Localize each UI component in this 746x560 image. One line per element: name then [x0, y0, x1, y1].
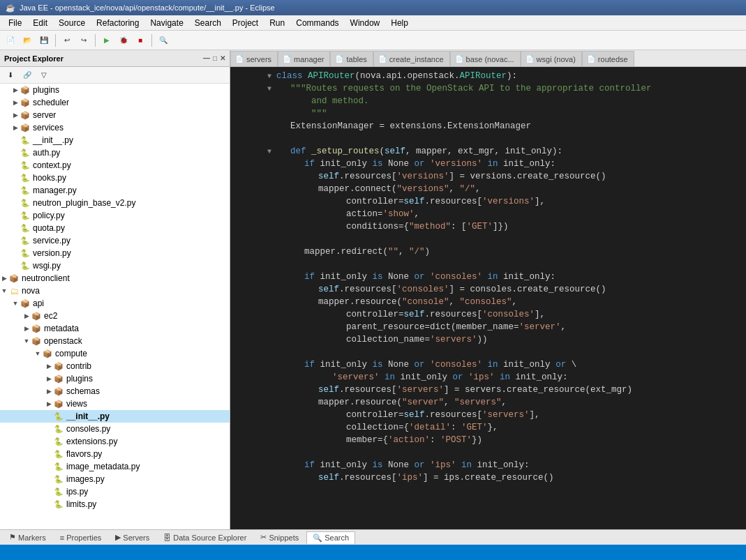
explorer-view-menu[interactable]: ▽	[36, 68, 52, 83]
tree-item-neutron_plugin_base_v2py[interactable]: 🐍 neutron_plugin_base_v2.py	[0, 197, 230, 209]
editor-tab-create_instance[interactable]: 📄create_instance	[373, 51, 450, 66]
tree-item-policypy[interactable]: 🐍 policy.py	[0, 209, 230, 222]
tree-arrow-plugins: ▶	[45, 374, 53, 383]
tree-item-consolespy[interactable]: 🐍 consoles.py	[0, 423, 230, 435]
menu-item-navigate[interactable]: Navigate	[144, 17, 188, 29]
tree-item-servicepy[interactable]: 🐍 service.py	[0, 234, 230, 247]
menu-item-run[interactable]: Run	[264, 17, 290, 29]
tree-item-plugins[interactable]: ▶ 📦 plugins	[0, 372, 230, 385]
tree-item-hookspy[interactable]: 🐍 hooks.py	[0, 172, 230, 184]
tree-item-openstack[interactable]: ▼ 📦 openstack	[0, 335, 230, 347]
tree-item-wsgipy[interactable]: 🐍 wsgi.py	[0, 259, 230, 272]
tree-label-neutronclient: neutronclient	[22, 273, 70, 283]
bottom-tab-servers_tab[interactable]: ▶Servers	[109, 531, 156, 544]
menu-item-refactoring[interactable]: Refactoring	[91, 17, 144, 29]
tab-label-manager: manager	[294, 55, 324, 63]
tree-item-quotapy[interactable]: 🐍 quota.py	[0, 222, 230, 234]
menu-item-source[interactable]: Source	[53, 17, 91, 29]
toolbar-stop[interactable]: ■	[133, 33, 148, 48]
code-line-10: mapper.connect("versions", "/",	[230, 183, 746, 195]
tree-item-authpy[interactable]: 🐍 auth.py	[0, 146, 230, 159]
toolbar-run[interactable]: ▶	[99, 33, 114, 48]
fold-btn-7[interactable]: ▼	[265, 148, 274, 156]
tree-item-__init__py[interactable]: 🐍 __init__.py	[0, 134, 230, 146]
code-text-15: mapper.redirect("", "/")	[276, 245, 740, 258]
tree-arrow-schemas: ▶	[45, 387, 53, 395]
code-editor[interactable]: ▼ class APIRouter(nova.api.openstack.API…	[230, 67, 746, 529]
tree-item-ec2[interactable]: ▶ 📦 ec2	[0, 310, 230, 322]
code-text-12: action='show',	[276, 208, 740, 220]
explorer-maximize[interactable]: □	[213, 54, 217, 62]
tree-item-contextpy[interactable]: 🐍 context.py	[0, 159, 230, 172]
bottom-tab-markers[interactable]: ⚑Markers	[3, 531, 52, 544]
code-text-29: collection={'detail': 'GET'},	[276, 421, 740, 434]
tree-item-extensionspy[interactable]: 🐍 extensions.py	[0, 435, 230, 448]
tree-label-wsgipy: wsgi.py	[33, 261, 61, 271]
toolbar-save[interactable]: 💾	[36, 33, 52, 48]
bottom-tab-search[interactable]: 🔍Search	[306, 531, 355, 544]
tree-item-versionpy[interactable]: 🐍 version.py	[0, 247, 230, 259]
fold-btn-2[interactable]: ▼	[265, 85, 274, 93]
tree-label-hookspy: hooks.py	[33, 173, 66, 183]
tree-item-limitspy[interactable]: 🐍 limits.py	[0, 498, 230, 510]
toolbar-undo[interactable]: ↩	[59, 33, 75, 48]
tree-item-compute[interactable]: ▼ 📦 compute	[0, 347, 230, 360]
tree-item-services[interactable]: ▶ 📦 services	[0, 121, 230, 134]
tree-item-managerpy[interactable]: 🐍 manager.py	[0, 184, 230, 197]
tree-item-neutronclient[interactable]: ▶ 📦 neutronclient	[0, 272, 230, 285]
editor-tab-manager[interactable]: 📄manager	[278, 51, 330, 66]
toolbar-redo[interactable]: ↪	[76, 33, 91, 48]
tree-label-plugins: plugins	[66, 374, 93, 384]
tree-item-__init__py2[interactable]: 🐍 __init__.py	[0, 410, 230, 423]
bottom-tab-icon-markers: ⚑	[9, 533, 16, 542]
tree-item-contrib[interactable]: ▶ 📦 contrib	[0, 360, 230, 372]
code-line-19: mapper.resource("console", "consoles",	[230, 296, 746, 308]
tree-item-imagespy[interactable]: 🐍 images.py	[0, 473, 230, 485]
editor-tab-servers[interactable]: 📄servers	[230, 51, 278, 66]
menu-item-project[interactable]: Project	[227, 17, 264, 29]
explorer-link-with-editor[interactable]: 🔗	[20, 68, 35, 83]
toolbar-search[interactable]: 🔍	[156, 33, 171, 48]
editor-tab-wsgi_nova[interactable]: 📄wsgi (nova)	[521, 51, 582, 66]
bottom-tab-icon-datasource: 🗄	[163, 533, 171, 542]
menu-item-commands[interactable]: Commands	[290, 17, 344, 29]
bottom-tab-datasource[interactable]: 🗄Data Source Explorer	[157, 531, 253, 544]
menu-item-help[interactable]: Help	[385, 17, 414, 29]
bottom-tab-snippets[interactable]: ✂Snippets	[254, 531, 305, 544]
tree-label-imagespy: images.py	[66, 474, 105, 484]
title-bar: ☕ Java EE - openstack_ice/nova/api/opens…	[0, 0, 746, 15]
bottom-tabs: ⚑Markers≡Properties▶Servers🗄Data Source …	[0, 529, 746, 545]
bottom-tab-properties[interactable]: ≡Properties	[54, 531, 108, 544]
tree-item-ipspy[interactable]: 🐍 ips.py	[0, 485, 230, 498]
fold-btn-1[interactable]: ▼	[265, 73, 274, 81]
tree-item-metadata[interactable]: ▶ 📦 metadata	[0, 322, 230, 335]
menu-item-search[interactable]: Search	[189, 17, 227, 29]
explorer-collapse-all[interactable]: ⬇	[3, 68, 18, 83]
editor-tab-routedse[interactable]: 📄routedse	[582, 51, 634, 66]
explorer-minimize[interactable]: —	[203, 54, 210, 62]
tree-label-managerpy: manager.py	[33, 186, 77, 195]
code-text-1: class APIRouter(nova.api.openstack.APIRo…	[276, 70, 740, 82]
bottom-tab-label-search: Search	[324, 533, 349, 542]
editor-tab-base_novac[interactable]: 📄base (novac...	[450, 51, 521, 66]
toolbar-debug[interactable]: 🐞	[116, 33, 131, 48]
tree-item-views[interactable]: ▶ 📦 views	[0, 398, 230, 410]
tree-item-schemas[interactable]: ▶ 📦 schemas	[0, 385, 230, 398]
editor-tab-tables[interactable]: 📄tables	[330, 51, 373, 66]
tree-item-server[interactable]: ▶ 📦 server	[0, 109, 230, 121]
menu-item-window[interactable]: Window	[345, 17, 386, 29]
tree-item-nova[interactable]: ▼ 🗂 nova	[0, 285, 230, 297]
tree-item-api[interactable]: ▼ 📦 api	[0, 297, 230, 310]
tree-item-image_metadatapy[interactable]: 🐍 image_metadata.py	[0, 460, 230, 473]
tree-item-flavorspy[interactable]: 🐍 flavors.py	[0, 448, 230, 460]
explorer-close[interactable]: ✕	[220, 54, 225, 62]
tree-arrow-scheduler: ▶	[11, 98, 20, 107]
menu-item-file[interactable]: File	[3, 17, 27, 29]
toolbar-new[interactable]: 📄	[3, 33, 18, 48]
toolbar-open[interactable]: 📂	[20, 33, 35, 48]
tree-icon-authpy: 🐍	[20, 147, 31, 158]
tree-item-scheduler[interactable]: ▶ 📦 scheduler	[0, 96, 230, 109]
toolbar-sep-3	[151, 34, 152, 47]
tree-item-plugins[interactable]: ▶ 📦 plugins	[0, 84, 230, 96]
menu-item-edit[interactable]: Edit	[27, 17, 53, 29]
